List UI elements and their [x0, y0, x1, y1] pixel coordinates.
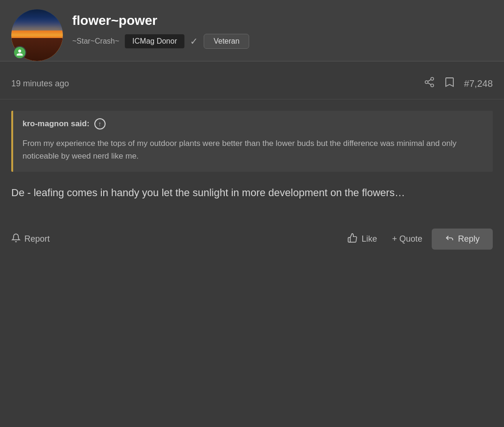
- like-button[interactable]: Like: [342, 229, 382, 249]
- donor-badge: ICMag Donor: [125, 34, 184, 48]
- post-container: flower~power ~Star~Crash~ ICMag Donor ✓ …: [0, 0, 504, 261]
- report-label: Report: [24, 234, 50, 244]
- svg-point-0: [431, 77, 434, 80]
- reply-label: Reply: [458, 234, 480, 244]
- svg-point-1: [425, 81, 428, 84]
- post-text: De - leafing comes in handy you let the …: [11, 185, 493, 200]
- svg-point-2: [431, 84, 434, 87]
- svg-line-3: [428, 83, 431, 85]
- quote-header: kro-magnon said: ↑: [23, 118, 483, 130]
- avatar-wrapper: [11, 9, 63, 61]
- user-subtitle: ~Star~Crash~: [72, 37, 119, 46]
- checkmark-icon: ✓: [190, 36, 198, 47]
- post-footer: Report Like + Quote: [0, 229, 504, 261]
- username: flower~power: [72, 13, 493, 28]
- triangle-indicator: [18, 61, 31, 68]
- quote-block: kro-magnon said: ↑ From my experience th…: [11, 111, 493, 172]
- footer-right: Like + Quote Reply: [342, 229, 493, 250]
- post-meta: 19 minutes ago #7,248: [0, 68, 504, 99]
- quote-text: From my experience the tops of my outdoo…: [23, 137, 483, 162]
- person-icon: [16, 49, 23, 56]
- user-info: flower~power ~Star~Crash~ ICMag Donor ✓ …: [72, 9, 493, 49]
- online-badge: [13, 46, 26, 59]
- post-body: kro-magnon said: ↑ From my experience th…: [0, 99, 504, 229]
- quote-button[interactable]: + Quote: [386, 230, 428, 248]
- timestamp: 19 minutes ago: [11, 79, 424, 89]
- post-header: flower~power ~Star~Crash~ ICMag Donor ✓ …: [0, 0, 504, 61]
- quote-label: + Quote: [392, 234, 422, 244]
- svg-line-4: [428, 80, 431, 82]
- meta-actions: #7,248: [424, 76, 493, 91]
- quote-author: kro-magnon said:: [23, 119, 90, 129]
- like-icon: [347, 233, 358, 245]
- veteran-badge: Veteran: [204, 34, 249, 49]
- footer-left: Report: [11, 229, 342, 249]
- share-icon[interactable]: [424, 76, 435, 91]
- bell-icon: [11, 233, 21, 245]
- post-number: #7,248: [464, 78, 493, 89]
- reply-icon: [445, 233, 454, 245]
- quote-up-icon[interactable]: ↑: [94, 118, 106, 130]
- report-button[interactable]: Report: [11, 229, 50, 249]
- like-label: Like: [361, 234, 377, 244]
- user-badges: ~Star~Crash~ ICMag Donor ✓ Veteran: [72, 34, 493, 49]
- reply-button[interactable]: Reply: [432, 229, 493, 250]
- bookmark-icon[interactable]: [444, 76, 455, 91]
